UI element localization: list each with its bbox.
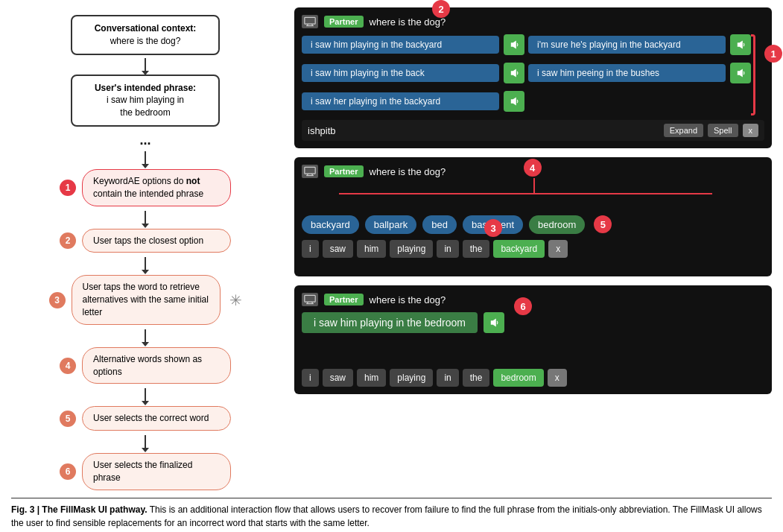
partner-badge-3: Partner (324, 294, 364, 305)
sound-btn-1[interactable] (504, 34, 524, 55)
badge-3: 3 (49, 292, 66, 308)
content-row: Conversational context: where is the dog… (11, 7, 772, 492)
token-playing-2[interactable]: playing (390, 240, 433, 258)
token-row-3: i saw him playing in the bedroom x (302, 369, 764, 387)
phrase-text-3: i saw him playing in the back (302, 64, 499, 82)
phrase-row-3: i saw him playing in the back (302, 63, 524, 83)
token-in-2[interactable]: in (437, 240, 458, 258)
step6-row: 6 User selects the finalized phrase (60, 453, 231, 490)
phrase-row-2: i'm sure he's playing in the backyard (528, 34, 751, 55)
token-him-3[interactable]: him (357, 369, 386, 387)
badge-6-overlay: 6 (514, 297, 532, 315)
step5-box: User selects the correct word (82, 406, 231, 431)
expand-btn[interactable]: Expand (664, 124, 703, 137)
arrow4 (145, 257, 146, 270)
partner-badge-2: Partner (324, 165, 364, 177)
token-the-2[interactable]: the (463, 240, 490, 258)
screen2-context: where is the dog? (370, 166, 446, 177)
final-phrase-row: 6 i saw him playing in the bedroom (302, 312, 764, 333)
svg-rect-13 (305, 295, 315, 302)
phrase-text-5: i saw her playing in the backyard (302, 92, 499, 110)
step4-text: Alternative words shown as options (93, 354, 202, 377)
step3-box: User taps the word to retrieve alternati… (72, 275, 221, 324)
arrow3 (145, 211, 146, 224)
arrow6 (145, 388, 146, 402)
partner-badge-1: Partner (324, 16, 364, 28)
token-x-2[interactable]: x (548, 240, 568, 258)
token-the-3[interactable]: the (463, 369, 490, 387)
token-in-3[interactable]: in (437, 369, 458, 387)
token-playing-3[interactable]: playing (390, 369, 433, 387)
screen2-panel: Partner where is the dog? 4 backyard bal… (294, 157, 772, 276)
screen3-panel: Partner where is the dog? 6 i saw him pl… (294, 285, 772, 394)
context-label: Conversational context: (83, 22, 208, 35)
badge-1-overlay: 1 (764, 45, 782, 63)
sound-btn-final[interactable] (484, 312, 504, 333)
flow-dots: ... (139, 133, 150, 148)
input-bar-1: ishpitb Expand Spell x (302, 120, 764, 141)
intended-phrase-box: User's intended phrase: i saw him playin… (71, 75, 220, 127)
flowchart: Conversational context: where is the dog… (11, 7, 279, 492)
word-chip-backyard[interactable]: backyard (302, 215, 359, 234)
token-backyard-2[interactable]: backyard (493, 240, 545, 258)
phrase-row-4: i saw him peeing in the bushes (528, 63, 751, 83)
asterisk-icon: ✳ (229, 291, 242, 309)
screen3-context: where is the dog? (370, 294, 446, 305)
screen1-panel: 2 1 Partner where is the dog? (294, 7, 772, 148)
token-bedroom-3[interactable]: bedroom (493, 369, 543, 387)
step4-row: 4 Alternative words shown as options (60, 347, 231, 384)
token-i-3[interactable]: i (302, 369, 319, 387)
svg-rect-0 (305, 17, 315, 24)
arrow1 (145, 58, 146, 72)
step2-box: User taps the closest option (82, 229, 231, 253)
monitor-icon-3 (302, 293, 318, 306)
caption-area: Fig. 3 | The FillMask UI pathway. This i… (11, 498, 772, 530)
token-row-2: 3 i saw him playing in the backyard x (302, 240, 764, 258)
monitor-icon (302, 15, 318, 28)
step5-text: User selects the correct word (93, 413, 209, 423)
intended-phrase-content: i saw him playing inthe bedroom (83, 94, 208, 119)
badge-6: 6 (60, 463, 76, 480)
step1-row: 1 KeywordAE options do not contain the i… (60, 169, 231, 206)
svg-rect-9 (305, 167, 315, 174)
phrase-text-1: i saw him playing in the backyard (302, 36, 499, 54)
badge-4: 4 (60, 358, 76, 374)
badge-2-overlay: 2 (432, 0, 450, 18)
step3-text: User taps the word to retrieve alternati… (83, 282, 209, 317)
svg-marker-5 (738, 40, 743, 48)
sound-btn-4[interactable] (730, 63, 751, 83)
svg-marker-8 (511, 97, 516, 105)
monitor-icon-2 (302, 165, 318, 178)
screen3-header: Partner where is the dog? (302, 293, 764, 306)
svg-marker-7 (738, 69, 743, 77)
intended-phrase-label: User's intended phrase: (83, 82, 208, 95)
step2-row: 2 User taps the closest option (60, 229, 231, 253)
token-x-3[interactable]: x (548, 369, 567, 387)
step6-text: User selects the finalized phrase (93, 460, 192, 483)
sound-btn-3[interactable] (504, 63, 524, 83)
phrase-text-2: i'm sure he's playing in the backyard (528, 36, 726, 54)
svg-marker-6 (511, 69, 516, 77)
token-saw-3[interactable]: saw (323, 369, 353, 387)
screen1-context: where is the dog? (370, 16, 446, 28)
context-content: where is the dog? (83, 35, 208, 48)
caption-title: Fig. 3 | The FillMask UI pathway. (11, 504, 148, 515)
arrow2 (145, 151, 146, 165)
word-chip-bed[interactable]: bed (422, 215, 457, 234)
sound-btn-5[interactable] (504, 91, 524, 112)
word-chip-bedroom[interactable]: bedroom (529, 215, 585, 234)
badge-3-overlay: 3 (484, 219, 502, 237)
x-btn-1[interactable]: x (743, 124, 759, 137)
arrow7 (145, 435, 146, 449)
context-box: Conversational context: where is the dog… (71, 15, 220, 55)
token-saw-2[interactable]: saw (323, 240, 353, 258)
token-him-2[interactable]: him (357, 240, 386, 258)
token-i-2[interactable]: i (302, 240, 319, 258)
sound-btn-2[interactable] (730, 34, 751, 55)
spell-btn[interactable]: Spell (708, 124, 738, 137)
step2-text: User taps the closest option (93, 235, 203, 246)
step3-row: 3 User taps the word to retrieve alterna… (49, 275, 242, 324)
word-options-row: backyard ballpark bed basement bedroom 5 (302, 215, 764, 234)
badge-5: 5 (60, 411, 76, 427)
word-chip-ballpark[interactable]: ballpark (365, 215, 417, 234)
